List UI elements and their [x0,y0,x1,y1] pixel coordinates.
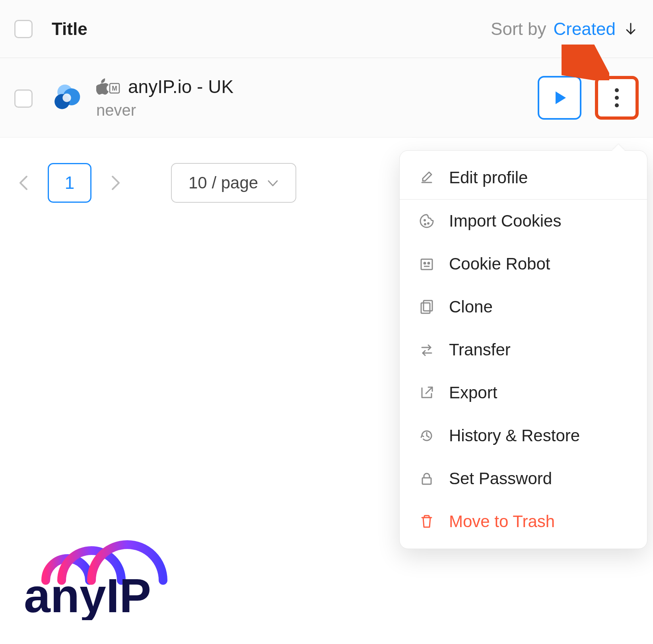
menu-item-label: Edit profile [449,168,629,187]
row-context-menu: Edit profile Import Cookies Cookie Robot… [399,150,647,549]
cookie-icon [418,212,435,230]
svg-text:anyIP: anyIP [24,569,151,620]
menu-item-label: Export [449,383,629,402]
svg-point-16 [424,262,426,264]
svg-point-17 [428,262,430,264]
profile-name: anyIP.io - UK [128,76,233,97]
svg-point-13 [428,223,429,224]
menu-history-restore[interactable]: History & Restore [400,414,647,457]
pencil-icon [418,169,435,186]
select-all-checkbox[interactable] [14,20,33,38]
menu-item-label: History & Restore [449,426,629,445]
prev-page-button[interactable] [14,173,33,192]
sort-by-label: Sort by [491,19,546,39]
os-icon: M [96,78,120,95]
svg-rect-20 [421,303,430,313]
svg-point-14 [425,224,426,225]
sort-direction-icon[interactable] [623,21,639,37]
history-icon [418,427,435,444]
anyip-logo: anyIP [24,533,215,620]
svg-point-9 [615,96,619,100]
transfer-icon [418,341,435,359]
menu-set-password[interactable]: Set Password [400,457,647,500]
play-button[interactable] [538,76,581,120]
next-page-button[interactable] [106,173,125,192]
export-icon [418,384,435,402]
svg-rect-21 [422,478,431,484]
menu-item-label: Transfer [449,340,629,359]
menu-move-to-trash[interactable]: Move to Trash [400,500,647,543]
profile-row[interactable]: M anyIP.io - UK never [0,58,653,138]
svg-marker-7 [556,91,566,104]
robot-icon [418,255,435,273]
svg-point-8 [615,88,619,92]
menu-item-label: Import Cookies [449,211,629,231]
svg-text:M: M [112,85,117,92]
menu-transfer[interactable]: Transfer [400,328,647,371]
menu-clone[interactable]: Clone [400,285,647,328]
svg-rect-19 [424,301,432,311]
menu-edit-profile[interactable]: Edit profile [400,156,647,200]
clone-icon [418,298,435,316]
svg-point-12 [424,220,426,221]
menu-export[interactable]: Export [400,371,647,414]
lock-icon [418,470,435,487]
page-size-select[interactable]: 10 / page [171,163,296,203]
page-number[interactable]: 1 [48,163,91,203]
menu-cookie-robot[interactable]: Cookie Robot [400,242,647,285]
svg-point-10 [615,103,619,107]
menu-item-label: Set Password [449,469,629,488]
table-header: Title Sort by Created [0,0,653,58]
sort-by-value[interactable]: Created [553,19,616,39]
menu-item-label: Cookie Robot [449,254,629,274]
row-checkbox[interactable] [14,89,33,108]
menu-item-label: Clone [449,297,629,316]
menu-import-cookies[interactable]: Import Cookies [400,200,647,242]
more-options-button[interactable] [595,76,639,120]
svg-rect-15 [421,259,432,270]
menu-item-label: Move to Trash [449,512,629,531]
browser-icon [52,83,82,113]
profile-status: never [96,101,233,119]
svg-point-4 [62,93,71,102]
trash-icon [418,513,435,530]
page-size-label: 10 / page [189,173,258,192]
column-title: Title [52,19,87,39]
